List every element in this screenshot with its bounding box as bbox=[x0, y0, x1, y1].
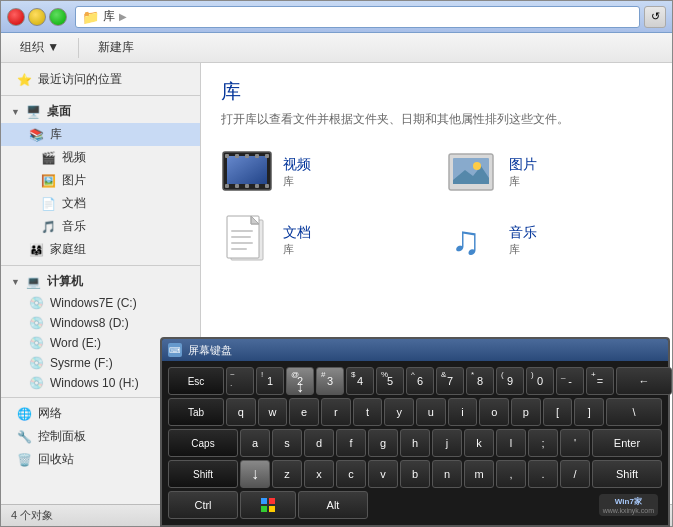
library-item-video[interactable]: 视频 库 bbox=[221, 146, 427, 198]
close-button[interactable] bbox=[7, 8, 25, 26]
sidebar-item-drive-d[interactable]: 💿 Windows8 (D:) bbox=[1, 313, 200, 333]
address-bar[interactable]: 📁 库 ▶ bbox=[75, 6, 640, 28]
osk-titlebar: ⌨ 屏幕键盘 bbox=[162, 339, 668, 361]
sidebar-item-desktop[interactable]: ▼ 🖥️ 桌面 bbox=[1, 100, 200, 123]
library-item-photo[interactable]: 图片 库 bbox=[447, 146, 653, 198]
key-enter[interactable]: Enter bbox=[592, 429, 662, 457]
key-s[interactable]: s bbox=[272, 429, 302, 457]
expand-icon: ▼ bbox=[11, 107, 20, 117]
library-item-music[interactable]: ♫ 音乐 库 bbox=[447, 214, 653, 266]
svg-rect-22 bbox=[231, 230, 253, 232]
key-win[interactable] bbox=[240, 491, 296, 519]
svg-rect-6 bbox=[255, 154, 259, 158]
key-8[interactable]: * 8 bbox=[466, 367, 494, 395]
key-lbracket[interactable]: [ bbox=[543, 398, 573, 426]
key-comma[interactable]: , bbox=[496, 460, 526, 488]
key-i[interactable]: i bbox=[448, 398, 478, 426]
key-quote[interactable]: ' bbox=[560, 429, 590, 457]
sidebar-item-video[interactable]: 🎬 视频 bbox=[1, 146, 200, 169]
key-g[interactable]: g bbox=[368, 429, 398, 457]
key-7[interactable]: & 7 bbox=[436, 367, 464, 395]
key-0[interactable]: ) 0 bbox=[526, 367, 554, 395]
recycle-label: 回收站 bbox=[38, 451, 74, 468]
key-backspace[interactable]: ← bbox=[616, 367, 672, 395]
key-ctrl[interactable]: Ctrl bbox=[168, 491, 238, 519]
sidebar-item-computer[interactable]: ▼ 💻 计算机 bbox=[1, 270, 200, 293]
key-r[interactable]: r bbox=[321, 398, 351, 426]
recent-label: 最近访问的位置 bbox=[38, 71, 122, 88]
sidebar-item-doc[interactable]: 📄 文档 bbox=[1, 192, 200, 215]
key-w[interactable]: w bbox=[258, 398, 288, 426]
key-m[interactable]: m bbox=[464, 460, 494, 488]
key-shift-left[interactable]: Shift bbox=[168, 460, 238, 488]
key-slash[interactable]: / bbox=[560, 460, 590, 488]
key-c[interactable]: c bbox=[336, 460, 366, 488]
key-4[interactable]: $ 4 bbox=[346, 367, 374, 395]
organize-button[interactable]: 组织 ▼ bbox=[11, 35, 68, 60]
svg-rect-25 bbox=[231, 248, 247, 250]
music-lib-info: 音乐 库 bbox=[509, 224, 537, 257]
key-tab[interactable]: Tab bbox=[168, 398, 224, 426]
key-shift-right[interactable]: Shift bbox=[592, 460, 662, 488]
key-5[interactable]: % 5 bbox=[376, 367, 404, 395]
key-esc[interactable]: Esc bbox=[168, 367, 224, 395]
sidebar-item-drive-c[interactable]: 💿 Windows7E (C:) bbox=[1, 293, 200, 313]
key-f[interactable]: f bbox=[336, 429, 366, 457]
key-n[interactable]: n bbox=[432, 460, 462, 488]
key-9[interactable]: ( 9 bbox=[496, 367, 524, 395]
key-rbracket[interactable]: ] bbox=[574, 398, 604, 426]
osk-window: ⌨ 屏幕键盘 Esc ~ ` ! 1 @ 2 ↓ bbox=[160, 337, 670, 527]
key-t[interactable]: t bbox=[353, 398, 383, 426]
key-j[interactable]: j bbox=[432, 429, 462, 457]
maximize-button[interactable] bbox=[49, 8, 67, 26]
photo-lib-info: 图片 库 bbox=[509, 156, 537, 189]
key-b[interactable]: b bbox=[400, 460, 430, 488]
key-d[interactable]: d bbox=[304, 429, 334, 457]
refresh-button[interactable]: ↺ bbox=[644, 6, 666, 28]
key-minus[interactable]: _ - bbox=[556, 367, 584, 395]
key-q[interactable]: q bbox=[226, 398, 256, 426]
key-equals[interactable]: + = bbox=[586, 367, 614, 395]
key-3[interactable]: # 3 bbox=[316, 367, 344, 395]
key-period[interactable]: . bbox=[528, 460, 558, 488]
key-6[interactable]: ^ 6 bbox=[406, 367, 434, 395]
sidebar-item-recent[interactable]: ⭐ 最近访问的位置 bbox=[1, 68, 200, 91]
key-a[interactable]: a bbox=[240, 429, 270, 457]
key-alt[interactable]: Alt bbox=[298, 491, 368, 519]
sidebar-item-photo[interactable]: 🖼️ 图片 bbox=[1, 169, 200, 192]
library-item-doc[interactable]: 文档 库 bbox=[221, 214, 427, 266]
doc-lib-sub: 库 bbox=[283, 242, 311, 257]
title-bar: 📁 库 ▶ ↺ bbox=[1, 1, 672, 33]
sidebar-item-library[interactable]: 📚 库 bbox=[1, 123, 200, 146]
key-v[interactable]: v bbox=[368, 460, 398, 488]
key-tilde[interactable]: ~ ` bbox=[226, 367, 254, 395]
key-x[interactable]: x bbox=[304, 460, 334, 488]
key-caps[interactable]: Caps bbox=[168, 429, 238, 457]
drive-c-icon: 💿 bbox=[29, 296, 44, 310]
key-l[interactable]: l bbox=[496, 429, 526, 457]
osk-title: 屏幕键盘 bbox=[188, 343, 232, 358]
new-library-button[interactable]: 新建库 bbox=[89, 35, 143, 60]
key-2[interactable]: @ 2 ↓ bbox=[286, 367, 314, 395]
key-o[interactable]: o bbox=[479, 398, 509, 426]
key-backslash[interactable]: \ bbox=[606, 398, 662, 426]
window-controls bbox=[7, 8, 67, 26]
key-z[interactable]: z bbox=[272, 460, 302, 488]
video-lib-info: 视频 库 bbox=[283, 156, 311, 189]
key-h[interactable]: h bbox=[400, 429, 430, 457]
desktop-icon: 🖥️ bbox=[26, 105, 41, 119]
minimize-button[interactable] bbox=[28, 8, 46, 26]
sidebar-item-family[interactable]: 👨‍👩‍👧 家庭组 bbox=[1, 238, 200, 261]
key-k[interactable]: k bbox=[464, 429, 494, 457]
key-semicolon[interactable]: ; bbox=[528, 429, 558, 457]
key-p[interactable]: p bbox=[511, 398, 541, 426]
key-y[interactable]: y bbox=[384, 398, 414, 426]
key-down-arrow[interactable]: ↓ bbox=[240, 460, 270, 488]
content-description: 打开库以查看文件并根据文件夹、日期和其他属性排列这些文件。 bbox=[221, 111, 652, 128]
key-e[interactable]: e bbox=[289, 398, 319, 426]
key-1[interactable]: ! 1 bbox=[256, 367, 284, 395]
video-lib-icon bbox=[221, 146, 273, 198]
sidebar-item-music[interactable]: 🎵 音乐 bbox=[1, 215, 200, 238]
svg-rect-8 bbox=[225, 184, 229, 188]
key-u[interactable]: u bbox=[416, 398, 446, 426]
